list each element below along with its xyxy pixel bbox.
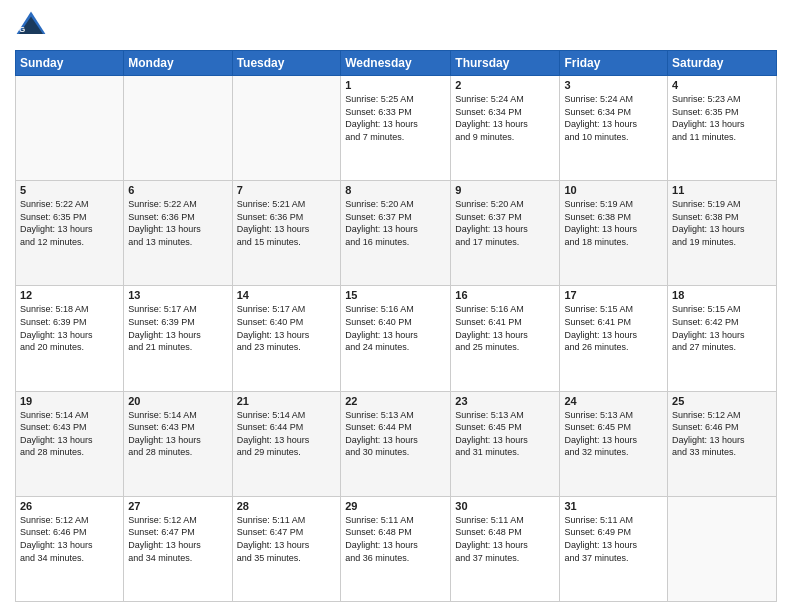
calendar-cell: 10Sunrise: 5:19 AM Sunset: 6:38 PM Dayli… [560, 181, 668, 286]
day-info: Sunrise: 5:19 AM Sunset: 6:38 PM Dayligh… [672, 198, 772, 248]
day-info: Sunrise: 5:13 AM Sunset: 6:44 PM Dayligh… [345, 409, 446, 459]
day-info: Sunrise: 5:14 AM Sunset: 6:43 PM Dayligh… [128, 409, 227, 459]
day-number: 1 [345, 79, 446, 91]
day-number: 20 [128, 395, 227, 407]
calendar-header-wednesday: Wednesday [341, 51, 451, 76]
day-number: 2 [455, 79, 555, 91]
calendar-cell: 25Sunrise: 5:12 AM Sunset: 6:46 PM Dayli… [668, 391, 777, 496]
day-info: Sunrise: 5:22 AM Sunset: 6:35 PM Dayligh… [20, 198, 119, 248]
calendar-cell: 14Sunrise: 5:17 AM Sunset: 6:40 PM Dayli… [232, 286, 341, 391]
day-number: 22 [345, 395, 446, 407]
calendar-header-saturday: Saturday [668, 51, 777, 76]
calendar-header-tuesday: Tuesday [232, 51, 341, 76]
calendar-cell: 19Sunrise: 5:14 AM Sunset: 6:43 PM Dayli… [16, 391, 124, 496]
calendar-cell: 5Sunrise: 5:22 AM Sunset: 6:35 PM Daylig… [16, 181, 124, 286]
day-info: Sunrise: 5:12 AM Sunset: 6:46 PM Dayligh… [672, 409, 772, 459]
calendar-cell [668, 496, 777, 601]
day-number: 9 [455, 184, 555, 196]
day-info: Sunrise: 5:16 AM Sunset: 6:41 PM Dayligh… [455, 303, 555, 353]
day-number: 28 [237, 500, 337, 512]
day-number: 11 [672, 184, 772, 196]
day-info: Sunrise: 5:20 AM Sunset: 6:37 PM Dayligh… [455, 198, 555, 248]
day-info: Sunrise: 5:16 AM Sunset: 6:40 PM Dayligh… [345, 303, 446, 353]
day-info: Sunrise: 5:24 AM Sunset: 6:34 PM Dayligh… [564, 93, 663, 143]
calendar-cell: 20Sunrise: 5:14 AM Sunset: 6:43 PM Dayli… [124, 391, 232, 496]
day-info: Sunrise: 5:22 AM Sunset: 6:36 PM Dayligh… [128, 198, 227, 248]
calendar-cell: 15Sunrise: 5:16 AM Sunset: 6:40 PM Dayli… [341, 286, 451, 391]
calendar-header-friday: Friday [560, 51, 668, 76]
day-number: 26 [20, 500, 119, 512]
day-number: 17 [564, 289, 663, 301]
day-number: 27 [128, 500, 227, 512]
day-info: Sunrise: 5:11 AM Sunset: 6:48 PM Dayligh… [345, 514, 446, 564]
day-info: Sunrise: 5:11 AM Sunset: 6:48 PM Dayligh… [455, 514, 555, 564]
calendar-cell: 29Sunrise: 5:11 AM Sunset: 6:48 PM Dayli… [341, 496, 451, 601]
day-info: Sunrise: 5:15 AM Sunset: 6:41 PM Dayligh… [564, 303, 663, 353]
day-number: 4 [672, 79, 772, 91]
calendar-week-2: 5Sunrise: 5:22 AM Sunset: 6:35 PM Daylig… [16, 181, 777, 286]
calendar-cell: 9Sunrise: 5:20 AM Sunset: 6:37 PM Daylig… [451, 181, 560, 286]
calendar-table: SundayMondayTuesdayWednesdayThursdayFrid… [15, 50, 777, 602]
calendar-cell: 28Sunrise: 5:11 AM Sunset: 6:47 PM Dayli… [232, 496, 341, 601]
day-info: Sunrise: 5:17 AM Sunset: 6:40 PM Dayligh… [237, 303, 337, 353]
day-info: Sunrise: 5:21 AM Sunset: 6:36 PM Dayligh… [237, 198, 337, 248]
day-info: Sunrise: 5:24 AM Sunset: 6:34 PM Dayligh… [455, 93, 555, 143]
day-info: Sunrise: 5:13 AM Sunset: 6:45 PM Dayligh… [564, 409, 663, 459]
calendar-header-row: SundayMondayTuesdayWednesdayThursdayFrid… [16, 51, 777, 76]
calendar-header-sunday: Sunday [16, 51, 124, 76]
day-info: Sunrise: 5:11 AM Sunset: 6:47 PM Dayligh… [237, 514, 337, 564]
calendar-cell: 13Sunrise: 5:17 AM Sunset: 6:39 PM Dayli… [124, 286, 232, 391]
calendar-cell: 21Sunrise: 5:14 AM Sunset: 6:44 PM Dayli… [232, 391, 341, 496]
calendar-cell [232, 76, 341, 181]
day-info: Sunrise: 5:18 AM Sunset: 6:39 PM Dayligh… [20, 303, 119, 353]
calendar-cell: 27Sunrise: 5:12 AM Sunset: 6:47 PM Dayli… [124, 496, 232, 601]
calendar-cell: 26Sunrise: 5:12 AM Sunset: 6:46 PM Dayli… [16, 496, 124, 601]
calendar-cell: 22Sunrise: 5:13 AM Sunset: 6:44 PM Dayli… [341, 391, 451, 496]
day-number: 30 [455, 500, 555, 512]
day-number: 21 [237, 395, 337, 407]
day-number: 29 [345, 500, 446, 512]
day-number: 5 [20, 184, 119, 196]
day-number: 12 [20, 289, 119, 301]
day-info: Sunrise: 5:19 AM Sunset: 6:38 PM Dayligh… [564, 198, 663, 248]
logo: G [15, 10, 51, 42]
calendar-week-5: 26Sunrise: 5:12 AM Sunset: 6:46 PM Dayli… [16, 496, 777, 601]
day-number: 15 [345, 289, 446, 301]
day-info: Sunrise: 5:13 AM Sunset: 6:45 PM Dayligh… [455, 409, 555, 459]
day-number: 3 [564, 79, 663, 91]
calendar-cell: 12Sunrise: 5:18 AM Sunset: 6:39 PM Dayli… [16, 286, 124, 391]
calendar-cell: 1Sunrise: 5:25 AM Sunset: 6:33 PM Daylig… [341, 76, 451, 181]
calendar-cell: 24Sunrise: 5:13 AM Sunset: 6:45 PM Dayli… [560, 391, 668, 496]
calendar-cell: 16Sunrise: 5:16 AM Sunset: 6:41 PM Dayli… [451, 286, 560, 391]
calendar-week-4: 19Sunrise: 5:14 AM Sunset: 6:43 PM Dayli… [16, 391, 777, 496]
header: G [15, 10, 777, 42]
calendar-cell: 18Sunrise: 5:15 AM Sunset: 6:42 PM Dayli… [668, 286, 777, 391]
day-info: Sunrise: 5:15 AM Sunset: 6:42 PM Dayligh… [672, 303, 772, 353]
page: G SundayMondayTuesdayWednesdayThursdayFr… [0, 0, 792, 612]
calendar-week-3: 12Sunrise: 5:18 AM Sunset: 6:39 PM Dayli… [16, 286, 777, 391]
day-number: 8 [345, 184, 446, 196]
day-number: 10 [564, 184, 663, 196]
calendar-cell: 11Sunrise: 5:19 AM Sunset: 6:38 PM Dayli… [668, 181, 777, 286]
day-info: Sunrise: 5:17 AM Sunset: 6:39 PM Dayligh… [128, 303, 227, 353]
day-info: Sunrise: 5:23 AM Sunset: 6:35 PM Dayligh… [672, 93, 772, 143]
calendar-cell: 8Sunrise: 5:20 AM Sunset: 6:37 PM Daylig… [341, 181, 451, 286]
day-number: 16 [455, 289, 555, 301]
svg-text:G: G [19, 25, 25, 34]
calendar-cell: 3Sunrise: 5:24 AM Sunset: 6:34 PM Daylig… [560, 76, 668, 181]
day-number: 25 [672, 395, 772, 407]
day-info: Sunrise: 5:20 AM Sunset: 6:37 PM Dayligh… [345, 198, 446, 248]
day-number: 24 [564, 395, 663, 407]
day-number: 6 [128, 184, 227, 196]
day-info: Sunrise: 5:14 AM Sunset: 6:43 PM Dayligh… [20, 409, 119, 459]
day-info: Sunrise: 5:14 AM Sunset: 6:44 PM Dayligh… [237, 409, 337, 459]
calendar-header-monday: Monday [124, 51, 232, 76]
day-number: 18 [672, 289, 772, 301]
calendar-cell: 7Sunrise: 5:21 AM Sunset: 6:36 PM Daylig… [232, 181, 341, 286]
calendar-cell [124, 76, 232, 181]
calendar-cell: 6Sunrise: 5:22 AM Sunset: 6:36 PM Daylig… [124, 181, 232, 286]
calendar-week-1: 1Sunrise: 5:25 AM Sunset: 6:33 PM Daylig… [16, 76, 777, 181]
day-info: Sunrise: 5:12 AM Sunset: 6:46 PM Dayligh… [20, 514, 119, 564]
calendar-header-thursday: Thursday [451, 51, 560, 76]
calendar-cell: 23Sunrise: 5:13 AM Sunset: 6:45 PM Dayli… [451, 391, 560, 496]
